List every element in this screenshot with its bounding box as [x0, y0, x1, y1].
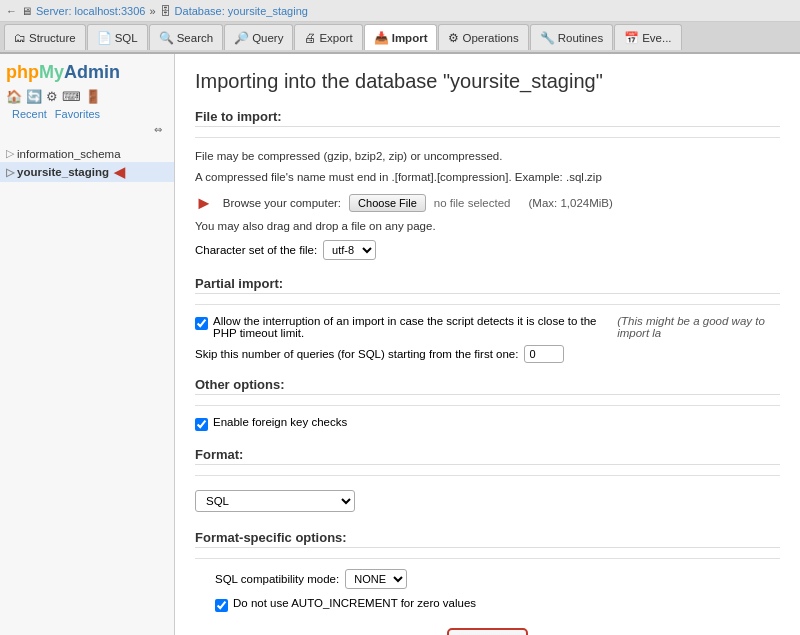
compat-select[interactable]: NONE — [345, 569, 407, 589]
db-item-information-schema[interactable]: ▷ information_schema — [0, 145, 174, 162]
format-specific-section: Format-specific options: SQL compatibili… — [195, 530, 780, 612]
compression-info-line1: File may be compressed (gzip, bzip2, zip… — [195, 148, 780, 165]
query-icon: 🔎 — [234, 31, 249, 45]
browse-arrow: ► — [195, 193, 213, 214]
sep1: » — [149, 5, 155, 17]
logo-admin: Admin — [64, 62, 120, 82]
charset-row: Character set of the file: utf-8 — [195, 240, 780, 260]
file-to-import-section: File to import: File may be compressed (… — [195, 109, 780, 260]
tab-events[interactable]: 📅 Eve... — [614, 24, 681, 50]
content-area: Importing into the database "yoursite_st… — [175, 54, 800, 635]
auto-increment-label: Do not use AUTO_INCREMENT for zero value… — [233, 597, 476, 609]
expand-icon[interactable]: ⇔ — [154, 124, 162, 135]
tab-export-label: Export — [319, 32, 352, 44]
browse-label: Browse your computer: — [223, 197, 341, 209]
charset-select[interactable]: utf-8 — [323, 240, 376, 260]
database-icon: 🗄 — [160, 5, 171, 17]
tab-operations-label: Operations — [462, 32, 518, 44]
breadcrumb-bar: ← 🖥 Server: localhost:3306 » 🗄 Database:… — [0, 0, 800, 22]
file-section-title: File to import: — [195, 109, 780, 127]
import-icon: 📥 — [374, 31, 389, 45]
format-select[interactable]: SQL — [195, 490, 355, 512]
other-options-section: Other options: Enable foreign key checks — [195, 377, 780, 431]
skip-label: Skip this number of queries (for SQL) st… — [195, 348, 518, 360]
tab-import-label: Import — [392, 32, 428, 44]
auto-increment-row: Do not use AUTO_INCREMENT for zero value… — [215, 597, 780, 612]
tab-query[interactable]: 🔎 Query — [224, 24, 293, 50]
back-arrow[interactable]: ← — [6, 5, 17, 17]
routines-icon: 🔧 — [540, 31, 555, 45]
search-icon: 🔍 — [159, 31, 174, 45]
foreign-key-checkbox[interactable] — [195, 418, 208, 431]
structure-icon: 🗂 — [14, 31, 26, 45]
charset-label: Character set of the file: — [195, 244, 317, 256]
allow-interrupt-label: Allow the interruption of an import in c… — [213, 315, 612, 339]
server-link[interactable]: Server: localhost:3306 — [36, 5, 145, 17]
partial-import-section: Partial import: Allow the interruption o… — [195, 276, 780, 363]
tab-import[interactable]: 📥 Import — [364, 24, 438, 50]
operations-icon: ⚙ — [448, 31, 459, 45]
compat-row: SQL compatibility mode: NONE — [215, 569, 780, 589]
sidebar-links: Recent Favorites — [6, 106, 168, 122]
console-icon[interactable]: ⌨ — [62, 89, 81, 104]
tab-sql[interactable]: 📄 SQL — [87, 24, 148, 50]
home-icon[interactable]: 🏠 — [6, 89, 22, 104]
tab-query-label: Query — [252, 32, 283, 44]
export-icon: 🖨 — [304, 31, 316, 45]
browse-row: ► Browse your computer: Choose File no f… — [195, 193, 780, 214]
go-button[interactable]: Go — [447, 628, 528, 636]
compat-label: SQL compatibility mode: — [215, 573, 339, 585]
db-name-yoursite-staging: yoursite_staging — [17, 166, 109, 178]
db-name-information-schema: information_schema — [17, 148, 121, 160]
tab-operations[interactable]: ⚙ Operations — [438, 24, 528, 50]
allow-interrupt-italic: (This might be a good way to import la — [617, 315, 780, 339]
drag-drop-text: You may also drag and drop a file on any… — [195, 220, 780, 232]
db-item-yoursite-staging[interactable]: ▷ yoursite_staging ◀ — [0, 162, 174, 182]
sidebar-icons: 🏠 🔄 ⚙ ⌨ 🚪 — [6, 87, 168, 106]
db-tree: ▷ information_schema ▷ yoursite_staging … — [0, 141, 174, 186]
sidebar-header: phpMyAdmin 🏠 🔄 ⚙ ⌨ 🚪 Recent Favorites ⇔ — [0, 58, 174, 141]
logo: phpMyAdmin — [6, 62, 168, 83]
tab-structure-label: Structure — [29, 32, 76, 44]
format-specific-title: Format-specific options: — [195, 530, 780, 548]
tab-search-label: Search — [177, 32, 213, 44]
format-title: Format: — [195, 447, 780, 465]
settings-icon[interactable]: ⚙ — [46, 89, 58, 104]
logo-php: php — [6, 62, 39, 82]
skip-number-input[interactable]: 0 — [524, 345, 564, 363]
sidebar: phpMyAdmin 🏠 🔄 ⚙ ⌨ 🚪 Recent Favorites ⇔ … — [0, 54, 175, 635]
server-icon: 🖥 — [21, 5, 32, 17]
foreign-key-row: Enable foreign key checks — [195, 416, 780, 431]
other-options-title: Other options: — [195, 377, 780, 395]
foreign-key-label: Enable foreign key checks — [213, 416, 347, 428]
allow-interrupt-checkbox[interactable] — [195, 317, 208, 330]
tab-export[interactable]: 🖨 Export — [294, 24, 362, 50]
auto-increment-checkbox[interactable] — [215, 599, 228, 612]
refresh-icon[interactable]: 🔄 — [26, 89, 42, 104]
recent-link[interactable]: Recent — [12, 108, 47, 120]
expand-icon: ▷ — [6, 147, 14, 160]
sql-icon: 📄 — [97, 31, 112, 45]
database-link[interactable]: Database: yoursite_staging — [175, 5, 308, 17]
tab-routines-label: Routines — [558, 32, 603, 44]
page-title: Importing into the database "yoursite_st… — [195, 70, 780, 93]
no-file-text: no file selected — [434, 197, 511, 209]
choose-file-button[interactable]: Choose File — [349, 194, 426, 212]
events-icon: 📅 — [624, 31, 639, 45]
go-button-container: Go — [195, 628, 780, 636]
max-size-text: (Max: 1,024MiB) — [529, 197, 613, 209]
tab-structure[interactable]: 🗂 Structure — [4, 24, 86, 50]
tab-sql-label: SQL — [115, 32, 138, 44]
format-section: Format: SQL — [195, 447, 780, 514]
exit-icon[interactable]: 🚪 — [85, 89, 101, 104]
tab-search[interactable]: 🔍 Search — [149, 24, 223, 50]
expand-icon2: ▷ — [6, 166, 14, 179]
main-layout: phpMyAdmin 🏠 🔄 ⚙ ⌨ 🚪 Recent Favorites ⇔ … — [0, 54, 800, 635]
tab-events-label: Eve... — [642, 32, 671, 44]
tab-routines[interactable]: 🔧 Routines — [530, 24, 613, 50]
active-arrow: ◀ — [114, 164, 125, 180]
favorites-link[interactable]: Favorites — [55, 108, 100, 120]
tabs-bar: 🗂 Structure 📄 SQL 🔍 Search 🔎 Query 🖨 Exp… — [0, 22, 800, 54]
allow-interrupt-row: Allow the interruption of an import in c… — [195, 315, 780, 339]
compression-info-line2: A compressed file's name must end in .[f… — [195, 169, 780, 186]
